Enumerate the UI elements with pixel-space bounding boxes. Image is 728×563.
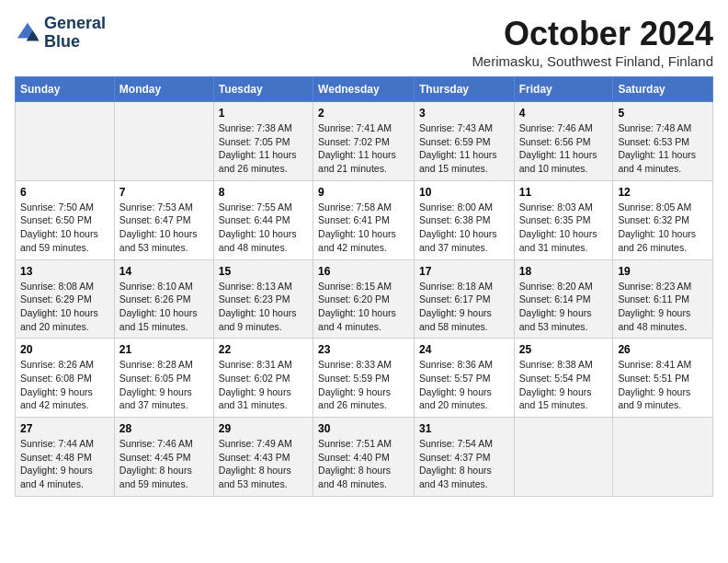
day-info: Sunrise: 7:53 AM Sunset: 6:47 PM Dayligh… bbox=[119, 201, 209, 255]
day-number: 10 bbox=[419, 186, 509, 199]
day-info: Sunrise: 8:20 AM Sunset: 6:14 PM Dayligh… bbox=[519, 280, 609, 334]
calendar-cell: 2Sunrise: 7:41 AM Sunset: 7:02 PM Daylig… bbox=[313, 102, 415, 181]
day-info: Sunrise: 7:49 AM Sunset: 4:43 PM Dayligh… bbox=[219, 437, 308, 491]
day-info: Sunrise: 7:46 AM Sunset: 6:56 PM Dayligh… bbox=[519, 121, 609, 176]
calendar-cell: 6Sunrise: 7:50 AM Sunset: 6:50 PM Daylig… bbox=[16, 180, 115, 259]
day-number: 27 bbox=[20, 422, 109, 435]
day-number: 13 bbox=[20, 265, 109, 278]
day-info: Sunrise: 8:33 AM Sunset: 5:59 PM Dayligh… bbox=[318, 358, 409, 412]
day-info: Sunrise: 8:36 AM Sunset: 5:57 PM Dayligh… bbox=[419, 358, 509, 412]
day-info: Sunrise: 7:38 AM Sunset: 7:05 PM Dayligh… bbox=[219, 121, 308, 176]
weekday-header: Thursday bbox=[414, 77, 514, 102]
day-number: 3 bbox=[419, 107, 509, 120]
calendar-cell: 8Sunrise: 7:55 AM Sunset: 6:44 PM Daylig… bbox=[213, 180, 313, 259]
day-number: 6 bbox=[20, 186, 109, 199]
day-info: Sunrise: 7:43 AM Sunset: 6:59 PM Dayligh… bbox=[419, 121, 509, 176]
day-number: 18 bbox=[519, 265, 609, 278]
day-number: 17 bbox=[419, 265, 509, 278]
day-number: 15 bbox=[219, 265, 308, 278]
calendar-cell: 18Sunrise: 8:20 AM Sunset: 6:14 PM Dayli… bbox=[514, 259, 613, 339]
calendar-cell: 11Sunrise: 8:03 AM Sunset: 6:35 PM Dayli… bbox=[514, 180, 613, 259]
calendar-cell: 7Sunrise: 7:53 AM Sunset: 6:47 PM Daylig… bbox=[114, 180, 213, 259]
day-number: 30 bbox=[318, 422, 409, 435]
month-title: October 2024 bbox=[472, 15, 713, 53]
calendar-cell: 24Sunrise: 8:36 AM Sunset: 5:57 PM Dayli… bbox=[414, 339, 514, 418]
day-info: Sunrise: 7:44 AM Sunset: 4:48 PM Dayligh… bbox=[20, 437, 109, 491]
day-info: Sunrise: 7:46 AM Sunset: 4:45 PM Dayligh… bbox=[119, 437, 209, 491]
logo-text: General Blue bbox=[44, 15, 106, 52]
calendar-cell: 3Sunrise: 7:43 AM Sunset: 6:59 PM Daylig… bbox=[414, 102, 514, 181]
calendar-cell: 29Sunrise: 7:49 AM Sunset: 4:43 PM Dayli… bbox=[213, 418, 313, 497]
day-number: 7 bbox=[119, 186, 209, 199]
day-info: Sunrise: 8:05 AM Sunset: 6:32 PM Dayligh… bbox=[618, 201, 708, 255]
weekday-header: Monday bbox=[114, 77, 213, 102]
day-info: Sunrise: 7:50 AM Sunset: 6:50 PM Dayligh… bbox=[20, 201, 109, 255]
calendar-week-row: 13Sunrise: 8:08 AM Sunset: 6:29 PM Dayli… bbox=[16, 259, 713, 339]
day-number: 25 bbox=[519, 343, 609, 356]
calendar-cell: 17Sunrise: 8:18 AM Sunset: 6:17 PM Dayli… bbox=[414, 259, 514, 339]
day-info: Sunrise: 8:26 AM Sunset: 6:08 PM Dayligh… bbox=[20, 358, 109, 412]
weekday-header: Tuesday bbox=[213, 77, 313, 102]
day-info: Sunrise: 8:10 AM Sunset: 6:26 PM Dayligh… bbox=[119, 280, 209, 334]
day-number: 28 bbox=[119, 422, 209, 435]
calendar-cell bbox=[613, 418, 713, 497]
calendar-cell: 30Sunrise: 7:51 AM Sunset: 4:40 PM Dayli… bbox=[313, 418, 415, 497]
calendar-cell: 20Sunrise: 8:26 AM Sunset: 6:08 PM Dayli… bbox=[16, 339, 115, 418]
day-number: 8 bbox=[219, 186, 308, 199]
weekday-header: Friday bbox=[514, 77, 613, 102]
day-number: 19 bbox=[618, 265, 708, 278]
day-number: 31 bbox=[419, 422, 509, 435]
day-number: 2 bbox=[318, 107, 409, 120]
page-header: General Blue October 2024 Merimasku, Sou… bbox=[15, 15, 713, 69]
calendar-cell: 27Sunrise: 7:44 AM Sunset: 4:48 PM Dayli… bbox=[16, 418, 115, 497]
calendar-cell: 15Sunrise: 8:13 AM Sunset: 6:23 PM Dayli… bbox=[213, 259, 313, 339]
weekday-header: Wednesday bbox=[313, 77, 415, 102]
calendar-cell: 21Sunrise: 8:28 AM Sunset: 6:05 PM Dayli… bbox=[114, 339, 213, 418]
calendar-cell: 22Sunrise: 8:31 AM Sunset: 6:02 PM Dayli… bbox=[213, 339, 313, 418]
day-info: Sunrise: 8:03 AM Sunset: 6:35 PM Dayligh… bbox=[519, 201, 609, 255]
calendar-table: SundayMondayTuesdayWednesdayThursdayFrid… bbox=[15, 76, 713, 497]
calendar-cell: 12Sunrise: 8:05 AM Sunset: 6:32 PM Dayli… bbox=[613, 180, 713, 259]
day-info: Sunrise: 8:18 AM Sunset: 6:17 PM Dayligh… bbox=[419, 280, 509, 334]
day-number: 24 bbox=[419, 343, 509, 356]
header-row: SundayMondayTuesdayWednesdayThursdayFrid… bbox=[16, 77, 713, 102]
day-info: Sunrise: 8:41 AM Sunset: 5:51 PM Dayligh… bbox=[618, 358, 708, 412]
calendar-cell: 10Sunrise: 8:00 AM Sunset: 6:38 PM Dayli… bbox=[414, 180, 514, 259]
weekday-header: Saturday bbox=[613, 77, 713, 102]
day-info: Sunrise: 7:54 AM Sunset: 4:37 PM Dayligh… bbox=[419, 437, 509, 491]
calendar-cell: 31Sunrise: 7:54 AM Sunset: 4:37 PM Dayli… bbox=[414, 418, 514, 497]
day-info: Sunrise: 8:28 AM Sunset: 6:05 PM Dayligh… bbox=[119, 358, 209, 412]
day-number: 23 bbox=[318, 343, 409, 356]
day-number: 4 bbox=[519, 107, 609, 120]
day-number: 16 bbox=[318, 265, 409, 278]
day-number: 22 bbox=[219, 343, 308, 356]
calendar-week-row: 6Sunrise: 7:50 AM Sunset: 6:50 PM Daylig… bbox=[16, 180, 713, 259]
day-number: 5 bbox=[618, 107, 708, 120]
calendar-cell bbox=[514, 418, 613, 497]
calendar-cell: 25Sunrise: 8:38 AM Sunset: 5:54 PM Dayli… bbox=[514, 339, 613, 418]
logo: General Blue bbox=[15, 15, 106, 52]
day-info: Sunrise: 7:48 AM Sunset: 6:53 PM Dayligh… bbox=[618, 121, 708, 176]
day-info: Sunrise: 8:00 AM Sunset: 6:38 PM Dayligh… bbox=[419, 201, 509, 255]
day-number: 29 bbox=[219, 422, 308, 435]
title-block: October 2024 Merimasku, Southwest Finlan… bbox=[472, 15, 713, 69]
day-info: Sunrise: 8:15 AM Sunset: 6:20 PM Dayligh… bbox=[318, 280, 409, 334]
calendar-cell: 26Sunrise: 8:41 AM Sunset: 5:51 PM Dayli… bbox=[613, 339, 713, 418]
calendar-cell: 28Sunrise: 7:46 AM Sunset: 4:45 PM Dayli… bbox=[114, 418, 213, 497]
day-number: 14 bbox=[119, 265, 209, 278]
calendar-cell: 9Sunrise: 7:58 AM Sunset: 6:41 PM Daylig… bbox=[313, 180, 415, 259]
day-info: Sunrise: 7:41 AM Sunset: 7:02 PM Dayligh… bbox=[318, 121, 409, 176]
calendar-cell: 5Sunrise: 7:48 AM Sunset: 6:53 PM Daylig… bbox=[613, 102, 713, 181]
day-info: Sunrise: 8:08 AM Sunset: 6:29 PM Dayligh… bbox=[20, 280, 109, 334]
calendar-cell: 16Sunrise: 8:15 AM Sunset: 6:20 PM Dayli… bbox=[313, 259, 415, 339]
day-info: Sunrise: 7:58 AM Sunset: 6:41 PM Dayligh… bbox=[318, 201, 409, 255]
calendar-cell bbox=[16, 102, 115, 181]
calendar-cell: 19Sunrise: 8:23 AM Sunset: 6:11 PM Dayli… bbox=[613, 259, 713, 339]
day-info: Sunrise: 8:13 AM Sunset: 6:23 PM Dayligh… bbox=[219, 280, 308, 334]
calendar-cell bbox=[114, 102, 213, 181]
day-number: 9 bbox=[318, 186, 409, 199]
day-number: 1 bbox=[219, 107, 308, 120]
day-info: Sunrise: 7:55 AM Sunset: 6:44 PM Dayligh… bbox=[219, 201, 308, 255]
day-number: 11 bbox=[519, 186, 609, 199]
calendar-cell: 14Sunrise: 8:10 AM Sunset: 6:26 PM Dayli… bbox=[114, 259, 213, 339]
